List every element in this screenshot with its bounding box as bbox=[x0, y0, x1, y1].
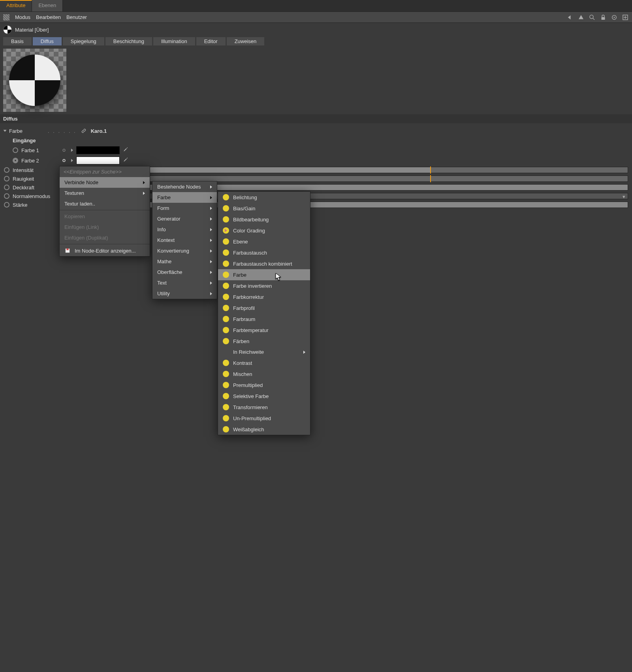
ctx3-belichtung[interactable]: Belichtung bbox=[218, 192, 310, 203]
nav-back-icon[interactable] bbox=[566, 14, 574, 21]
shtab-zuweisen[interactable]: Zuweisen bbox=[227, 37, 265, 45]
preview-ball bbox=[9, 55, 60, 106]
menu-benutzer[interactable]: Benutzer bbox=[66, 14, 87, 20]
ctx-kopieren: Kopieren bbox=[60, 211, 150, 222]
chevron-right-icon bbox=[210, 281, 212, 285]
ctx3-premultiplied[interactable]: Premultiplied bbox=[218, 379, 310, 391]
node-dot-icon bbox=[223, 294, 229, 300]
chevron-right-icon bbox=[210, 196, 212, 199]
chevron-right-icon bbox=[210, 260, 212, 263]
port-rauigkeit[interactable] bbox=[4, 176, 9, 181]
tab-ebenen[interactable]: Ebenen bbox=[32, 0, 63, 11]
link-icon[interactable] bbox=[80, 127, 88, 135]
ctx2-bestehende-nodes[interactable]: Bestehende Nodes bbox=[152, 181, 217, 192]
node-dot-icon bbox=[223, 371, 229, 377]
node-dot-icon bbox=[223, 404, 229, 410]
chevron-right-icon bbox=[210, 217, 212, 221]
ctx3-mischen[interactable]: Mischen bbox=[218, 368, 310, 379]
ctx2-text[interactable]: Text bbox=[152, 277, 217, 288]
ctx3-farbaustausch-kombiniert[interactable]: Farbaustausch kombiniert bbox=[218, 258, 310, 269]
picker-farbe1[interactable] bbox=[123, 147, 130, 154]
ctx3-transformieren[interactable]: Transformieren bbox=[218, 402, 310, 413]
disclose-farbe[interactable] bbox=[4, 130, 7, 132]
ctx3-faerben[interactable]: Färben bbox=[218, 336, 310, 347]
search-icon[interactable] bbox=[589, 14, 596, 21]
grid-icon[interactable] bbox=[3, 14, 9, 21]
material-icon bbox=[3, 25, 12, 34]
shtab-illumination[interactable]: Illumination bbox=[153, 37, 195, 45]
ctx-texturen[interactable]: Texturen bbox=[60, 188, 150, 198]
node-dot-icon bbox=[223, 194, 229, 200]
swatch-farbe2[interactable] bbox=[76, 157, 120, 164]
svg-rect-1 bbox=[602, 17, 605, 20]
expand-icon[interactable] bbox=[622, 14, 629, 21]
ctx2-kontext[interactable]: Kontext bbox=[152, 235, 217, 245]
swatch-farbe1[interactable] bbox=[76, 146, 120, 154]
ctx3-farbraum[interactable]: Farbraum bbox=[218, 313, 310, 325]
ctx-node-editor[interactable]: Im Node-Editor anzeigen... bbox=[60, 245, 150, 256]
tab-attribute[interactable]: Attribute bbox=[0, 0, 32, 11]
ctx-search[interactable]: <<Eintippen zur Suche>> bbox=[60, 166, 150, 177]
picker-farbe2[interactable] bbox=[123, 157, 130, 164]
link-farbe1[interactable] bbox=[60, 146, 68, 154]
ctx3-bildbearbeitung[interactable]: Bildbearbeitung bbox=[218, 214, 310, 225]
ctx3-farbe[interactable]: Farbe bbox=[218, 269, 310, 280]
menu-modus[interactable]: Modus bbox=[15, 14, 30, 20]
ctx3-farbaustausch[interactable]: Farbaustausch bbox=[218, 247, 310, 258]
node-dot-icon bbox=[223, 249, 229, 256]
menu-bearbeiten[interactable]: Bearbeiten bbox=[36, 14, 61, 20]
ctx3-farbe-invertieren[interactable]: Farbe invertieren bbox=[218, 280, 310, 291]
ctx-textur-laden[interactable]: Textur laden.. bbox=[60, 198, 150, 209]
label-farbe2: Farbe 2 bbox=[21, 158, 57, 164]
ctx2-form[interactable]: Form bbox=[152, 203, 217, 213]
ctx3-weissabgleich[interactable]: Weißabgleich bbox=[218, 424, 310, 435]
ctx-verbinde-node[interactable]: Verbinde Node bbox=[60, 177, 150, 188]
shtab-basis[interactable]: Basis bbox=[3, 37, 32, 45]
dots: . . . . . . bbox=[48, 128, 77, 134]
port-normalenmodus[interactable] bbox=[4, 193, 9, 199]
ctx3-colorgrading[interactable]: Color Grading bbox=[218, 225, 310, 236]
shtab-editor[interactable]: Editor bbox=[196, 37, 226, 45]
ctx2-mathe[interactable]: Mathe bbox=[152, 256, 217, 267]
ctx3-biasgain[interactable]: Bias/Gain bbox=[218, 203, 310, 214]
ctx2-konvertierung[interactable]: Konvertierung bbox=[152, 245, 217, 256]
port-deckkraft[interactable] bbox=[4, 185, 9, 190]
material-title: Material [Über] bbox=[15, 27, 49, 33]
ctx3-un-premultiplied[interactable]: Un-Premultiplied bbox=[218, 413, 310, 424]
node-dot-icon bbox=[223, 205, 229, 211]
lock-icon[interactable] bbox=[600, 14, 607, 21]
port-staerke[interactable] bbox=[4, 202, 9, 208]
expand-farbe2[interactable] bbox=[71, 159, 73, 162]
ctx3-farbkorrektur[interactable]: Farbkorrektur bbox=[218, 291, 310, 302]
chevron-right-icon bbox=[143, 181, 145, 184]
chevron-right-icon bbox=[210, 228, 212, 231]
port-farbe2[interactable] bbox=[13, 158, 18, 163]
shtab-diffus[interactable]: Diffus bbox=[33, 37, 62, 45]
ctx2-utility[interactable]: Utility bbox=[152, 288, 217, 299]
chevron-right-icon bbox=[303, 351, 305, 354]
link-farbe2[interactable] bbox=[60, 157, 68, 164]
port-farbe1[interactable] bbox=[13, 147, 18, 153]
ctx3-selektive-farbe[interactable]: Selektive Farbe bbox=[218, 391, 310, 402]
ctx3-ebene[interactable]: Ebene bbox=[218, 236, 310, 247]
ctx2-farbe[interactable]: Farbe bbox=[152, 192, 217, 203]
shtab-beschichtung[interactable]: Beschichtung bbox=[105, 37, 152, 45]
expand-farbe1[interactable] bbox=[71, 149, 73, 152]
ctx3-farbtemperatur[interactable]: Farbtemperatur bbox=[218, 325, 310, 336]
material-preview[interactable] bbox=[3, 49, 66, 112]
label-normalenmodus: Normalenmodus bbox=[13, 193, 60, 199]
ctx2-info[interactable]: Info bbox=[152, 224, 217, 235]
value-farbe: Karo.1 bbox=[91, 128, 107, 134]
port-intensitaet[interactable] bbox=[4, 167, 9, 173]
separator bbox=[60, 210, 150, 210]
ctx3-in-reichweite[interactable]: In Reichweite bbox=[218, 347, 310, 357]
nav-up-icon[interactable] bbox=[577, 14, 585, 21]
gear-icon[interactable] bbox=[611, 14, 618, 21]
ctx2-oberflaeche[interactable]: Oberfläche bbox=[152, 267, 217, 277]
ctx3-kontrast[interactable]: Kontrast bbox=[218, 357, 310, 368]
ctx2-generator[interactable]: Generator bbox=[152, 213, 217, 224]
ctx3-farbprofil[interactable]: Farbprofil bbox=[218, 302, 310, 313]
shtab-spiegelung[interactable]: Spiegelung bbox=[63, 37, 104, 45]
node-dot-icon bbox=[223, 338, 229, 344]
node-dot-icon bbox=[223, 316, 229, 322]
